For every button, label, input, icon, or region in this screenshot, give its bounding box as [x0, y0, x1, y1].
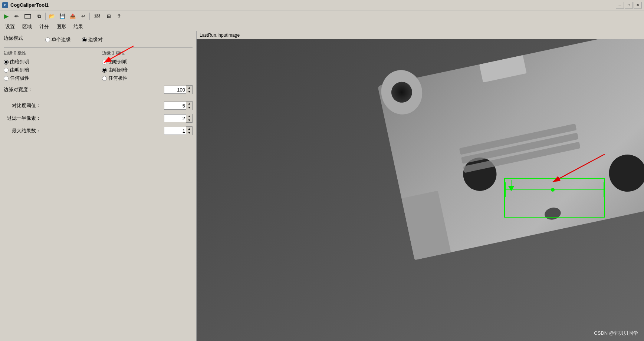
- layout-button[interactable]: ⊞: [104, 12, 114, 21]
- menu-graphics[interactable]: 图形: [53, 23, 69, 31]
- edge1-any-radio[interactable]: [102, 76, 107, 81]
- toolbar: ▶ ✏ ⧉ 📂 💾 📤 ↩ 123 ⊞ ?: [0, 10, 644, 22]
- rect-button[interactable]: [22, 12, 33, 21]
- minimize-button[interactable]: ─: [616, 2, 624, 9]
- filter-up[interactable]: ▲: [186, 114, 192, 118]
- contrast-spinner: ▲ ▼: [186, 101, 193, 110]
- edge1-any-polarity[interactable]: 任何极性: [102, 75, 193, 82]
- filter-input[interactable]: [164, 114, 186, 122]
- help-button[interactable]: ?: [114, 12, 124, 21]
- layout-icon: ⊞: [107, 13, 111, 19]
- help-icon: ?: [118, 13, 121, 19]
- back-button[interactable]: ↩: [78, 12, 88, 21]
- filter-input-wrapper: ▲ ▼: [164, 114, 193, 123]
- edit-icon: ✏: [14, 13, 19, 19]
- edge0-light-dark-radio[interactable]: [4, 68, 9, 73]
- copy-button[interactable]: ⧉: [34, 12, 44, 21]
- edge-mode-radio-group: 单个边缘 边缘对: [45, 36, 103, 43]
- edge1-polarity-title: 边缘 1 极性: [102, 50, 193, 56]
- filter-spinner: ▲ ▼: [186, 114, 193, 123]
- image-canvas[interactable]: CSDN @郭贝贝同学: [197, 39, 644, 341]
- contrast-input-wrapper: ▲ ▼: [164, 101, 193, 110]
- pair-width-input[interactable]: [164, 86, 186, 94]
- pair-width-row: 边缘对宽度： ▲ ▼: [4, 85, 193, 94]
- pair-width-input-wrapper: ▲ ▼: [164, 85, 193, 94]
- export-button[interactable]: 📤: [68, 12, 78, 21]
- edge-pair-radio[interactable]: [82, 37, 87, 42]
- edge1-dark-light-radio[interactable]: [102, 60, 107, 64]
- edge0-dark-light-radio[interactable]: [4, 60, 9, 64]
- run-icon: ▶: [4, 13, 9, 20]
- menu-scoring[interactable]: 计分: [36, 23, 52, 31]
- number-icon: 123: [94, 14, 101, 18]
- app-icon: C: [2, 2, 8, 8]
- single-edge-radio[interactable]: [45, 37, 50, 42]
- window-title: CogCaliperTool1: [10, 2, 49, 8]
- menu-region[interactable]: 区域: [19, 23, 35, 31]
- edge1-light-dark-radio[interactable]: [102, 68, 107, 73]
- back-icon: ↩: [81, 13, 85, 19]
- edge1-polarity-col: 边缘 1 极性 由暗到明 由明到暗 任何极性: [102, 50, 193, 82]
- max-results-label: 最大结果数：: [4, 128, 41, 134]
- edge0-light-to-dark[interactable]: 由明到暗: [4, 67, 95, 73]
- max-results-up[interactable]: ▲: [186, 127, 192, 131]
- copy-icon: ⧉: [37, 13, 41, 19]
- edge0-dark-to-light[interactable]: 由暗到明: [4, 59, 95, 65]
- filter-row: 过滤一半像素： ▲ ▼: [4, 114, 193, 123]
- open-button[interactable]: 📂: [47, 12, 57, 21]
- contrast-row: 对比度阈值： ▲ ▼: [4, 101, 193, 110]
- machine-part-image: [197, 39, 644, 341]
- edge-pair-option[interactable]: 边缘对: [82, 36, 103, 43]
- max-results-input-wrapper: ▲ ▼: [164, 126, 193, 135]
- edge-mode-separator: [4, 47, 193, 48]
- pair-width-down[interactable]: ▼: [186, 90, 192, 94]
- save-button[interactable]: 💾: [58, 12, 67, 21]
- single-edge-label: 单个边缘: [52, 36, 71, 43]
- filter-label: 过滤一半像素：: [4, 115, 41, 122]
- right-panel: LastRun.InputImage: [197, 31, 644, 341]
- edge0-polarity-options: 由暗到明 由明到暗 任何极性: [4, 59, 95, 82]
- max-results-input[interactable]: [164, 127, 186, 135]
- export-icon: 📤: [70, 13, 76, 19]
- image-header-label: LastRun.InputImage: [200, 33, 240, 38]
- toolbar-separator-1: [45, 13, 46, 20]
- contrast-down[interactable]: ▼: [186, 106, 192, 110]
- title-bar: C CogCaliperTool1 ─ □ ✕: [0, 0, 644, 10]
- edge-pair-label: 边缘对: [88, 36, 103, 43]
- open-icon: 📂: [49, 13, 55, 19]
- pair-width-label: 边缘对宽度：: [4, 86, 33, 93]
- menu-settings[interactable]: 设置: [2, 23, 18, 31]
- close-button[interactable]: ✕: [634, 2, 642, 9]
- save-icon: 💾: [59, 13, 65, 19]
- section-divider: [4, 98, 193, 98]
- edit-button[interactable]: ✏: [12, 12, 22, 21]
- number-button[interactable]: 123: [91, 12, 103, 21]
- edge1-polarity-options: 由暗到明 由明到暗 任何极性: [102, 59, 193, 82]
- run-button[interactable]: ▶: [1, 12, 11, 21]
- toolbar-separator-2: [89, 13, 90, 20]
- menubar: 设置 区域 计分 图形 结果: [0, 22, 644, 31]
- max-results-down[interactable]: ▼: [186, 131, 192, 135]
- maximize-button[interactable]: □: [625, 2, 633, 9]
- edge0-any-polarity[interactable]: 任何极性: [4, 75, 95, 82]
- edge1-dark-to-light[interactable]: 由暗到明: [102, 59, 193, 65]
- image-header: LastRun.InputImage: [197, 31, 644, 39]
- contrast-input[interactable]: [164, 102, 186, 110]
- edge0-polarity-col: 边缘 0 极性 由暗到明 由明到暗 任何极性: [4, 50, 95, 82]
- edge0-polarity-title: 边缘 0 极性: [4, 50, 95, 56]
- edge0-any-radio[interactable]: [4, 76, 9, 81]
- single-edge-option[interactable]: 单个边缘: [45, 36, 71, 43]
- filter-down[interactable]: ▼: [186, 118, 192, 122]
- watermark: CSDN @郭贝贝同学: [594, 330, 638, 337]
- pair-width-spinner: ▲ ▼: [186, 85, 193, 94]
- pair-width-up[interactable]: ▲: [186, 86, 192, 90]
- max-results-row: 最大结果数： ▲ ▼: [4, 126, 193, 135]
- menu-results[interactable]: 结果: [70, 23, 86, 31]
- caliper-center-dot: [551, 188, 555, 192]
- window-controls: ─ □ ✕: [616, 2, 642, 9]
- left-panel: 边缘模式 单个边缘 边缘对 边缘 0 极性: [0, 31, 197, 341]
- max-results-spinner: ▲ ▼: [186, 126, 193, 135]
- main-layout: 边缘模式 单个边缘 边缘对 边缘 0 极性: [0, 31, 644, 341]
- edge1-light-to-dark[interactable]: 由明到暗: [102, 67, 193, 73]
- contrast-up[interactable]: ▲: [186, 102, 192, 106]
